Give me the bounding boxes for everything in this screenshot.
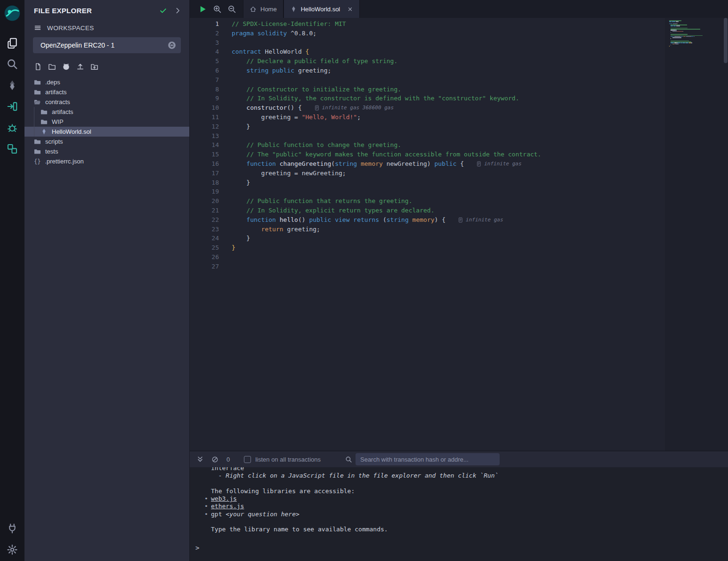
close-icon[interactable] <box>347 6 353 12</box>
deploy-run-icon <box>7 101 18 112</box>
listen-transactions-checkbox[interactable] <box>244 456 251 463</box>
terminal-line: interface <box>211 467 728 472</box>
tree-item-label: contracts <box>45 98 70 106</box>
tree-item-artifacts[interactable]: artifacts <box>24 107 189 117</box>
code-line: 4contract HelloWorld { <box>190 47 665 57</box>
explorer-new-file-button[interactable] <box>34 63 42 71</box>
explorer-upload-folder-button[interactable] <box>90 63 98 71</box>
activity-search-button[interactable] <box>7 58 18 70</box>
code-line: 9 // In Solidity, the constructor is def… <box>190 94 665 103</box>
line-number: 21 <box>190 206 219 215</box>
tab-label: Home <box>260 6 277 13</box>
terminal-line: ethers.js <box>211 503 728 510</box>
line-number: 11 <box>190 113 219 122</box>
tabs: HomeHelloWorld.sol <box>243 0 360 18</box>
code-line: 17 greeting = newGreeting; <box>190 169 665 178</box>
github-icon <box>62 63 70 71</box>
code-text: pragma solidity ^0.8.0; <box>232 29 316 38</box>
plugin-icon <box>7 143 18 154</box>
activity-solidity-compiler-button[interactable] <box>7 80 18 91</box>
line-number: 4 <box>190 47 219 57</box>
activity-plugin-manager-button[interactable] <box>7 523 18 534</box>
check-icon[interactable] <box>159 7 167 15</box>
code-line: 24 } <box>190 234 665 243</box>
code-text: greeting = "Hello, World!"; <box>232 113 361 122</box>
code-line: 21 // In Solidity, explicit return types… <box>190 206 665 215</box>
gas-estimate-badge: infinite gas 368600 gas <box>314 103 394 113</box>
code-line: 15 // The "public" keyword makes the fun… <box>190 150 665 159</box>
file-explorer-panel: FILE EXPLORER WORKSPACES OpenZeppelin ER… <box>24 0 190 561</box>
tab-helloworld-sol[interactable]: HelloWorld.sol <box>283 0 360 18</box>
scrollbar-thumb[interactable] <box>724 18 728 63</box>
terminal-output[interactable]: interface - Right click on a JavaScript … <box>190 467 728 561</box>
code-text: // The "public" keyword makes the functi… <box>232 150 541 159</box>
activity-file-explorer-button[interactable] <box>7 37 18 49</box>
code-text: // Public function to change the greetin… <box>232 140 401 150</box>
line-number: 13 <box>190 131 219 141</box>
code-text: greeting = newGreeting; <box>232 169 346 178</box>
play-button[interactable] <box>198 5 207 14</box>
tree-item-helloworld-sol[interactable]: HelloWorld.sol <box>24 127 189 137</box>
terminal-line <box>211 480 728 488</box>
gas-estimate-badge: infinite gas <box>458 215 503 225</box>
hamburger-icon[interactable] <box>34 24 41 32</box>
terminal-line <box>211 518 728 526</box>
home-icon <box>250 6 257 13</box>
line-number: 3 <box>190 38 219 48</box>
explorer-github-button[interactable] <box>62 63 70 71</box>
terminal-link[interactable]: web3.js <box>211 495 237 502</box>
code-text: // SPDX-License-Identifier: MIT <box>232 19 346 29</box>
code-line: 27 <box>190 262 665 271</box>
workspace-select[interactable]: OpenZeppelin ERC20 - 1 <box>33 37 181 53</box>
zoom-in-button[interactable] <box>213 5 222 14</box>
tree-item-label: tests <box>45 148 58 155</box>
remix-logo-icon <box>3 4 22 23</box>
zoom-out-button[interactable] <box>227 5 236 14</box>
code-text: // In Solidity, explicit return types ar… <box>232 206 434 215</box>
file-tree: .depsartifactscontractsartifactsWIPHello… <box>24 76 189 561</box>
code-text: } <box>232 234 250 243</box>
tree-item-deps[interactable]: .deps <box>24 77 189 87</box>
tree-item-artifacts[interactable]: artifacts <box>24 87 189 97</box>
minimap[interactable] <box>669 20 704 49</box>
activity-settings-button[interactable] <box>7 544 18 555</box>
activity-plugin-button[interactable] <box>7 143 18 154</box>
line-number: 23 <box>190 225 219 234</box>
terminal-line: web3.js <box>211 495 728 503</box>
doc-icon <box>314 105 320 111</box>
clear-console-icon[interactable] <box>211 456 218 463</box>
terminal-link[interactable]: ethers.js <box>211 503 244 510</box>
pending-count: 0 <box>226 456 230 463</box>
folder-icon <box>34 148 41 155</box>
activity-debugger-button[interactable] <box>7 122 18 133</box>
code-editor[interactable]: 1// SPDX-License-Identifier: MIT2pragma … <box>190 18 665 451</box>
upload-folder-icon <box>90 63 98 71</box>
explorer-new-folder-button[interactable] <box>48 63 56 71</box>
tree-item-tests[interactable]: tests <box>24 146 189 156</box>
workspace-options-icon[interactable] <box>168 41 176 49</box>
tree-item-wip[interactable]: WIP <box>24 117 189 127</box>
gas-estimate-badge: infinite gas <box>476 159 521 169</box>
terminal-prompt[interactable]: > <box>195 544 199 552</box>
tree-item-label: scripts <box>45 138 63 145</box>
tree-item-contracts[interactable]: contracts <box>24 97 189 107</box>
tab-home[interactable]: Home <box>243 0 283 18</box>
line-number: 16 <box>190 159 219 169</box>
chevron-right-icon[interactable] <box>174 7 182 15</box>
explorer-upload-file-button[interactable] <box>76 63 84 71</box>
folder-icon <box>34 89 41 96</box>
editor-area: 1// SPDX-License-Identifier: MIT2pragma … <box>190 18 728 451</box>
explorer-header: FILE EXPLORER <box>24 0 189 18</box>
activity-remix-logo-button[interactable] <box>3 4 22 23</box>
code-line: 20 // Public function that returns the g… <box>190 196 665 206</box>
activity-deploy-run-button[interactable] <box>7 101 18 112</box>
doc-icon <box>458 217 463 223</box>
tree-item-scripts[interactable]: scripts <box>24 137 189 146</box>
terminal-search-input[interactable] <box>356 453 500 465</box>
tree-item-prettierrc-json[interactable]: {}.prettierrc.json <box>24 156 189 166</box>
toggle-terminal-icon[interactable] <box>196 455 204 463</box>
zoom-in-icon <box>213 5 222 14</box>
code-line: 22 function hello() public view returns … <box>190 215 665 225</box>
line-number: 27 <box>190 262 219 271</box>
folder-icon <box>40 108 48 115</box>
